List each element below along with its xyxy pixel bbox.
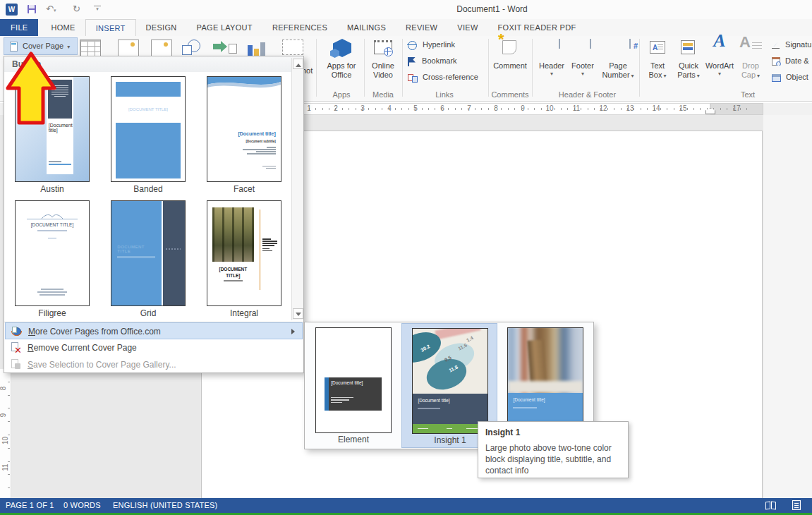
table-icon[interactable] xyxy=(80,40,101,56)
read-mode-icon[interactable] xyxy=(765,502,777,509)
page-number-icon: # xyxy=(629,39,631,49)
ruler-tick: 2 xyxy=(334,104,338,112)
ruler-tick: 17 xyxy=(732,104,740,112)
menu-remove-cover-page[interactable]: ✕ Remove Current Cover Page xyxy=(5,339,303,356)
group-label-apps: Apps xyxy=(321,90,362,99)
cross-reference-icon xyxy=(408,73,418,83)
group-label-text: Text xyxy=(727,90,769,99)
tab-references[interactable]: REFERENCES xyxy=(262,19,337,36)
vruler-tick: 10 xyxy=(1,437,9,444)
ruler-tick: 12 xyxy=(599,104,607,112)
ruler-tick: 13 xyxy=(626,104,634,112)
ruler-tick: 1 xyxy=(307,104,311,112)
comment-button[interactable]: * Comment xyxy=(492,39,528,90)
screenshot-icon[interactable] xyxy=(282,40,303,55)
group-label-media: Media xyxy=(365,90,401,99)
quick-parts-button[interactable]: Quick Parts xyxy=(673,39,704,90)
save-selection-icon xyxy=(11,359,22,370)
comment-icon xyxy=(502,40,516,54)
online-video-button[interactable]: Online Video xyxy=(367,39,399,90)
drop-cap-icon: A xyxy=(739,37,751,47)
tab-insert[interactable]: INSERT xyxy=(85,19,136,36)
tab-file[interactable]: FILE xyxy=(0,19,38,36)
template-label: Austin xyxy=(15,184,90,194)
status-page-count[interactable]: PAGE 1 OF 1 xyxy=(6,501,54,509)
ruler-tick: 9 xyxy=(521,104,525,112)
hyperlink-icon xyxy=(408,41,417,50)
status-language[interactable]: ENGLISH (UNITED STATES) xyxy=(113,501,217,509)
template-label: Integral xyxy=(207,308,281,318)
cover-template-banded[interactable]: [DOCUMENT TITLE] xyxy=(111,76,186,182)
hyperlink-button[interactable]: Hyperlink xyxy=(408,40,455,50)
pictures-icon[interactable] xyxy=(118,40,139,56)
template-label: Facet xyxy=(207,184,281,194)
gallery-scrollbar[interactable] xyxy=(291,58,303,320)
object-button[interactable]: Object xyxy=(772,73,808,82)
print-layout-icon[interactable] xyxy=(792,500,801,510)
header-button[interactable]: Header ▾ xyxy=(538,39,566,90)
tab-mailings[interactable]: MAILINGS xyxy=(337,19,396,36)
page-number-button[interactable]: # Page Number xyxy=(600,39,636,90)
cover-template-books[interactable]: [Document title] xyxy=(507,327,583,433)
word-logo-icon: W xyxy=(6,4,18,16)
apps-for-office-button[interactable]: Apps for Office xyxy=(321,39,362,90)
vruler-tick: 9 xyxy=(0,413,7,418)
ruler-tick: 3 xyxy=(360,104,365,112)
cover-template-filigree[interactable]: [DOCUMENT TITLE] xyxy=(15,200,90,306)
ruler-tick: 10 xyxy=(545,104,553,112)
menu-more-cover-pages[interactable]: More Cover Pages from Office.com xyxy=(5,322,303,339)
bookmark-icon xyxy=(408,57,414,66)
quick-parts-icon xyxy=(681,40,695,54)
status-bar: PAGE 1 OF 1 0 WORDS ENGLISH (UNITED STAT… xyxy=(0,498,812,513)
ruler-tick: 15 xyxy=(679,104,686,112)
smartart-icon[interactable] xyxy=(213,40,237,56)
chart-icon[interactable] xyxy=(247,40,265,56)
object-icon xyxy=(772,74,781,82)
redo-icon[interactable]: ↻ xyxy=(73,4,80,15)
cover-template-element-cell[interactable]: [Document title] Element xyxy=(305,323,401,448)
cross-reference-button[interactable]: Cross-reference xyxy=(408,73,478,83)
cover-template-integral[interactable]: [DOCUMENTTITLE] xyxy=(207,200,281,306)
group-label-header-footer: Header & Footer xyxy=(543,90,631,99)
customize-quick-access-icon[interactable]: ▾ xyxy=(94,6,101,12)
group-label-links: Links xyxy=(416,90,473,99)
tab-page-layout[interactable]: PAGE LAYOUT xyxy=(187,19,262,36)
undo-icon[interactable]: ↶▾ xyxy=(46,4,56,16)
scroll-up-button[interactable] xyxy=(293,59,303,69)
ruler-tick: 8 xyxy=(494,104,498,112)
bookmark-button[interactable]: Bookmark xyxy=(408,56,457,66)
tab-home[interactable]: HOME xyxy=(41,19,85,36)
ruler-tick: 4 xyxy=(387,104,392,112)
footer-button[interactable]: Footer ▾ xyxy=(569,39,597,90)
online-pictures-icon[interactable] xyxy=(151,40,172,56)
vruler-tick: 8 xyxy=(0,387,7,391)
date-time-icon xyxy=(772,57,780,66)
tab-review[interactable]: REVIEW xyxy=(396,19,447,36)
insight1-tooltip: Insight 1 Large photo above two-tone col… xyxy=(478,421,629,478)
shapes-icon[interactable] xyxy=(182,40,200,56)
text-box-button[interactable]: A Text Box xyxy=(643,39,672,90)
group-label-comments: Comments xyxy=(490,90,531,99)
wordart-icon: A xyxy=(704,36,735,45)
tab-view[interactable]: VIEW xyxy=(447,19,487,36)
facet-wave xyxy=(207,77,281,95)
date-time-button[interactable]: Date & xyxy=(772,56,812,66)
status-word-count[interactable]: 0 WORDS xyxy=(63,501,101,509)
annotation-arrow xyxy=(6,51,56,126)
cover-template-facet[interactable]: [Document title] [Document subtitle] xyxy=(207,76,281,182)
wordart-button[interactable]: A WordArt ▾ xyxy=(704,39,735,90)
scroll-down-button[interactable] xyxy=(293,308,303,319)
remove-cover-page-icon: ✕ xyxy=(11,342,22,353)
title-bar: W ↶▾ ↻ ▾ Document1 - Word xyxy=(0,0,812,19)
ribbon-tab-bar: FILE HOME INSERT DESIGN PAGE LAYOUT REFE… xyxy=(0,19,812,36)
vertical-ruler: 8 9 10 11 xyxy=(0,369,11,498)
ruler-tick: 7 xyxy=(467,104,471,112)
cover-template-element[interactable]: [Document title] xyxy=(315,327,392,433)
save-icon[interactable] xyxy=(28,5,36,13)
cover-page-icon xyxy=(10,42,18,52)
office-com-icon xyxy=(11,326,23,337)
cover-template-insight1[interactable]: 1.4 11.6 30.2 9.5 11.8 [Document title] xyxy=(412,328,488,434)
cover-template-grid[interactable]: DOCUMENT TITLE xyxy=(111,200,186,306)
signature-line-button[interactable]: Signatu xyxy=(772,40,812,49)
tab-design[interactable]: DESIGN xyxy=(136,19,187,36)
